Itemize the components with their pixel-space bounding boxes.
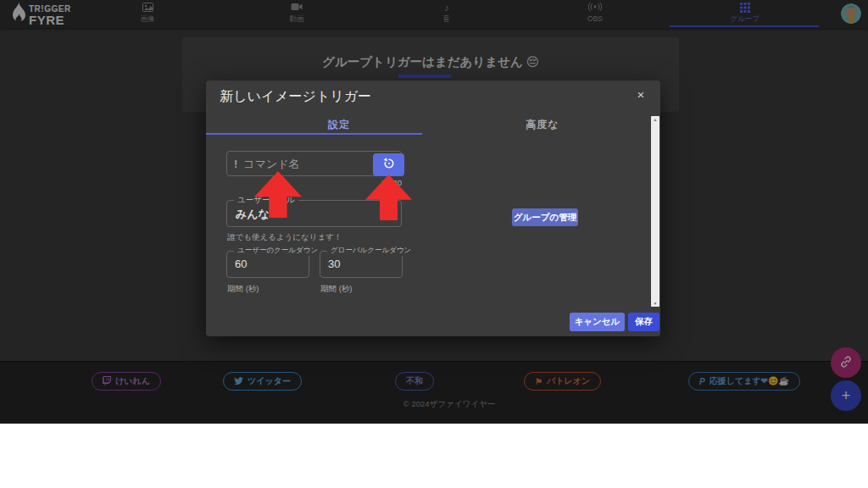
user-level-value: みんな [236,207,270,222]
refresh-button[interactable] [373,153,404,176]
tab-advanced[interactable]: 高度な [483,118,602,132]
scroll-down-icon[interactable]: ▼ [651,301,659,306]
active-tab-underline [206,133,422,135]
user-cooldown-helper: 期間 (秒) [227,284,259,295]
scroll-up-icon[interactable]: ▲ [651,117,659,122]
character-counter: 0 / 20 [226,178,402,187]
screenshot-stage: TR!GGER FYRE 画像 動画 ♪ 音 [0,0,868,488]
user-cooldown-label: ユーザーのクールダウン [234,246,321,256]
command-prefix: ! [234,158,237,170]
save-button[interactable]: 保存 [628,313,659,331]
close-icon[interactable]: × [632,86,650,104]
cancel-button[interactable]: キャンセル [570,313,625,331]
user-level-helper: 誰でも使えるようになります！ [227,232,342,243]
global-cooldown-label: グローバルクールダウン [327,246,415,256]
modal-scrollbar[interactable]: ▲ ▼ [651,116,659,307]
global-cooldown-helper: 期間 (秒) [320,284,352,295]
global-cooldown-input[interactable] [328,258,396,270]
refresh-icon [383,158,395,172]
global-cooldown-field[interactable]: グローバルクールダウン [320,251,403,278]
user-level-select[interactable]: ユーザーレベル みんな ▼ [226,200,402,227]
manage-groups-button[interactable]: グループの管理 [512,208,578,226]
user-cooldown-field[interactable]: ユーザーのクールダウン [226,251,309,278]
command-name-input[interactable] [243,158,394,170]
modal-title: 新しいイメージトリガー [220,88,371,106]
user-cooldown-input[interactable] [235,258,303,270]
tab-settings[interactable]: 設定 [280,118,398,132]
